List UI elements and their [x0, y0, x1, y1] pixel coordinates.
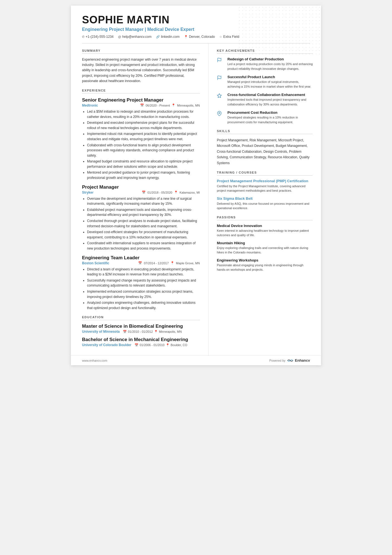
company-1: Medtronic [82, 103, 98, 107]
passion-title-1: Medical Device Innovation [217, 224, 313, 228]
training-desc-2: Delivered by ASQ, this course focused on… [217, 201, 313, 211]
job-meta-1: Medtronic 📅 06/2020 - Present 📍 Minneapo… [82, 103, 200, 107]
bullet-2-3: Conducted thorough project analyses to e… [87, 218, 200, 229]
phone-text: +1-(234)-555-1234 [86, 35, 113, 39]
achievement-item-3: Cross-functional Collaboration Enhanceme… [217, 93, 313, 107]
achievement-title-1: Redesign of Catheter Production [227, 57, 313, 61]
edu-degree-2: Bachelor of Science in Mechanical Engine… [82, 337, 200, 342]
extra-icon: ☆ [219, 35, 222, 39]
dates-2: 01/2018 - 05/2020 [147, 191, 172, 194]
training-desc-1: Certified by the Project Management Inst… [217, 184, 313, 193]
bullet-2-2: Established project management tools and… [87, 207, 200, 218]
contact-location: 📍 Denver, Colorado [184, 35, 215, 39]
achievement-content-4: Procurement Cost Reduction Developed str… [227, 110, 313, 124]
bullet-1-3: Implemented robust risk management pract… [87, 131, 200, 142]
job-title-1: Senior Engineering Project Manager [82, 97, 200, 103]
passions-section-title: PASSIONS [217, 216, 313, 220]
bullet-3-4: Analyzed complex engineering challenges,… [87, 300, 200, 310]
contact-linkedin: 🔗 linkedin.com [156, 35, 180, 39]
bullet-1-2: Developed and executed comprehensive pro… [87, 120, 200, 130]
bullet-1-5: Managed budget constraints and resource … [87, 159, 200, 169]
location-text: Denver, Colorado [189, 35, 215, 39]
cal-icon-3: 📅 [138, 261, 142, 265]
achievement-item-2: Successful Product Launch Managed projec… [217, 75, 313, 89]
location-icon: 📍 [184, 35, 188, 39]
resume-page: SOPHIE MARTIN Engineering Project Manage… [71, 6, 321, 365]
training-title-1: Project Management Professional (PMP) Ce… [217, 179, 313, 183]
passion-desc-2: Enjoy exploring challenging trails and c… [217, 246, 313, 255]
skills-section-title: SKILLS [217, 129, 313, 134]
footer-website: www.enhancv.com [82, 359, 107, 362]
education-section-title: EDUCATION [82, 315, 200, 320]
left-column: SUMMARY Experienced engineering project … [71, 43, 209, 355]
job-meta-2: Stryker 📅 01/2018 - 05/2020 📍 Kalamazoo,… [82, 191, 200, 194]
footer-brand: Powered by Enhancv [269, 358, 310, 362]
location-3: Maple Grove, MN [176, 262, 200, 265]
right-column: KEY ACHIEVEMENTS Redesign of Catheter Pr… [209, 43, 321, 355]
summary-text: Experienced engineering project manager … [82, 57, 200, 84]
bullet-3-1: Directed a team of engineers in executin… [87, 267, 200, 277]
powered-by-text: Powered by [269, 359, 286, 362]
passion-desc-1: Keen interest in advancing healthcare te… [217, 228, 313, 238]
achievement-title-4: Procurement Cost Reduction [227, 110, 313, 115]
location-1: Minneapolis, MN [177, 104, 200, 107]
bullet-2-5: Coordinated with international suppliers… [87, 241, 200, 251]
dates-3: 07/2014 - 12/2017 [144, 262, 168, 265]
edu-meta-1: University of Minnesota 📅 01/2010 - 01/2… [82, 330, 200, 334]
cal-icon-2: 📅 [142, 191, 146, 194]
loc-icon-3: 📍 [170, 261, 174, 265]
bullet-1-1: Led a $5M initiative to redesign and str… [87, 109, 200, 119]
bullet-1-4: Collaborated with cross-functional teams… [87, 143, 200, 158]
cal-icon-edu-2: 📅 [135, 343, 138, 347]
email-text: help@enhancv.com [122, 35, 152, 39]
contact-phone: ✆ +1-(234)-555-1234 [82, 35, 113, 39]
training-section-title: TRAINING / COURSES [217, 171, 313, 176]
job-meta-3: Boston Scientific 📅 07/2014 - 12/2017 📍 … [82, 261, 200, 265]
achievements-section-title: KEY ACHIEVEMENTS [217, 49, 313, 54]
loc-icon-edu-1: 📍 [154, 330, 158, 334]
contact-email: @ help@enhancv.com [118, 35, 152, 39]
job-dates-loc-3: 📅 07/2014 - 12/2017 📍 Maple Grove, MN [138, 261, 200, 265]
location-2: Kalamazoo, MI [180, 191, 200, 194]
bullets-2: Oversaw the development and implementati… [82, 196, 200, 251]
bullet-3-3: Implemented enhanced communication strat… [87, 289, 200, 299]
achievement-title-2: Successful Product Launch [227, 75, 313, 79]
achievement-icon-3 [217, 93, 225, 100]
experience-section-title: EXPERIENCE [82, 89, 200, 93]
email-icon: @ [118, 35, 121, 38]
candidate-name: SOPHIE MARTIN [82, 14, 310, 26]
company-3: Boston Scientific [82, 261, 109, 265]
passion-desc-3: Passionate about engaging young minds in… [217, 263, 313, 272]
achievement-desc-4: Developed strategies resulting in a 10% … [227, 115, 313, 124]
extra-text: Extra Field [223, 35, 239, 39]
loc-icon-edu-2: 📍 [166, 343, 170, 347]
edu-degree-1: Master of Science in Biomedical Engineer… [82, 324, 200, 329]
bullet-2-1: Oversaw the development and implementati… [87, 196, 200, 206]
linkedin-text: linkedin.com [161, 35, 180, 39]
bullet-2-4: Developed cost-efficient strategies for … [87, 230, 200, 240]
achievement-item-1: Redesign of Catheter Production Led a pr… [217, 57, 313, 71]
footer: www.enhancv.com Powered by Enhancv [71, 355, 321, 365]
passion-title-3: Engineering Workshops [217, 258, 313, 262]
achievement-icon-2 [217, 75, 225, 83]
training-title-2: Six Sigma Black Belt [217, 196, 313, 201]
bullets-1: Led a $5M initiative to redesign and str… [82, 109, 200, 181]
passion-title-2: Mountain Hiking [217, 241, 313, 245]
achievement-item-4: Procurement Cost Reduction Developed str… [217, 110, 313, 124]
achievement-title-3: Cross-functional Collaboration Enhanceme… [227, 93, 313, 97]
cal-icon-edu-1: 📅 [123, 330, 127, 334]
loc-icon-1: 📍 [172, 103, 175, 107]
achievement-content-1: Redesign of Catheter Production Led a pr… [227, 57, 313, 71]
achievement-content-3: Cross-functional Collaboration Enhanceme… [227, 93, 313, 107]
achievement-icon-4 [217, 110, 225, 118]
edu-dates-2: 📅 01/2006 - 01/2010 📍 Boulder, CO [135, 343, 187, 347]
header: SOPHIE MARTIN Engineering Project Manage… [71, 6, 321, 43]
phone-icon: ✆ [82, 35, 85, 39]
linkedin-icon: 🔗 [156, 35, 160, 39]
job-title-2: Project Manager [82, 184, 200, 190]
brand-name: Enhancv [295, 358, 310, 362]
edu-dates-1: 📅 01/2010 - 01/2012 📍 Minneapolis, MN [123, 330, 182, 334]
bullet-3-2: Successfully managed change requests by … [87, 278, 200, 288]
contact-extra: ☆ Extra Field [219, 35, 239, 39]
edu-school-2: University of Colorado Boulder [82, 343, 131, 347]
